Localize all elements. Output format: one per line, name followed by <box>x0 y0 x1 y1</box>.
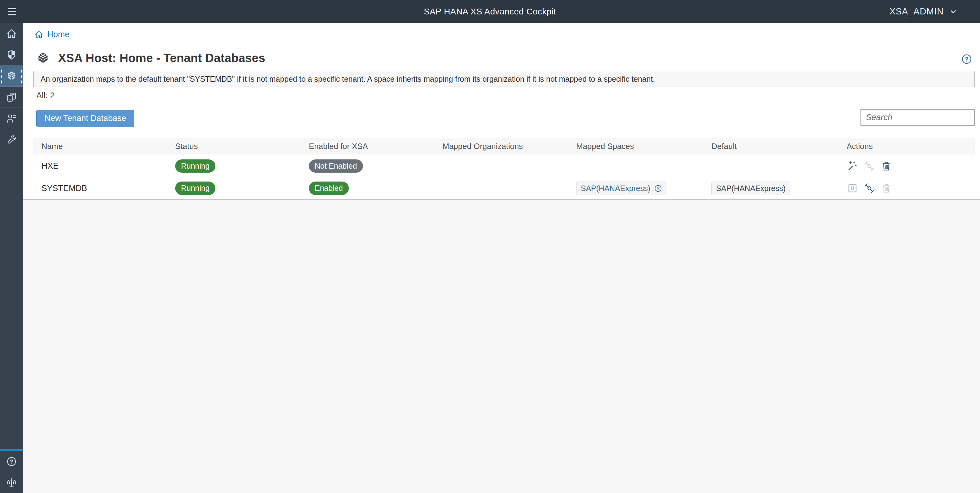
content-area: Home XSA Host: Home - Tenant Databases ?… <box>23 23 980 493</box>
top-bar: SAP HANA XS Advanced Cockpit XSA_ADMIN <box>0 0 980 23</box>
tenant-databases-table: Name Status Enabled for XSA Mapped Organ… <box>33 138 975 199</box>
help-icon[interactable]: ? <box>961 53 973 65</box>
menu-hamburger-icon[interactable] <box>6 6 18 17</box>
sidebar-item-user-management[interactable] <box>0 108 23 129</box>
record-count: All: 2 <box>36 91 55 100</box>
column-header-actions: Actions <box>838 142 975 151</box>
page-header: XSA Host: Home - Tenant Databases <box>36 51 265 65</box>
db-name: HXE <box>33 161 167 171</box>
new-tenant-database-button[interactable]: New Tenant Database <box>36 110 134 127</box>
pause-icon[interactable] <box>846 183 858 194</box>
mapped-space-chip: SAP(HANAExpress) <box>576 181 667 196</box>
column-header-mapped-organizations: Mapped Organizations <box>434 142 568 151</box>
map-connector-icon[interactable] <box>864 183 875 194</box>
actions-cell <box>838 161 975 172</box>
trash-icon[interactable] <box>880 161 892 172</box>
legal-scales-icon <box>6 477 17 488</box>
map-connector-icon <box>864 161 875 172</box>
magic-wand-icon[interactable] <box>846 161 858 172</box>
help-icon: ? <box>6 456 17 467</box>
sidebar-item-help[interactable]: ? <box>0 451 23 472</box>
db-name: SYSTEMDB <box>33 184 167 193</box>
sidebar-item-applications[interactable] <box>0 87 23 108</box>
security-shield-icon <box>6 49 17 60</box>
search-input[interactable] <box>861 109 975 126</box>
table-header-row: Name Status Enabled for XSA Mapped Organ… <box>33 138 975 155</box>
home-icon <box>6 28 17 39</box>
breadcrumb[interactable]: Home <box>34 30 70 39</box>
applications-windows-icon <box>6 92 17 103</box>
status-badge: Running <box>175 159 215 173</box>
info-message-bar: An organization maps to the default tena… <box>33 71 975 87</box>
sidebar-item-home[interactable] <box>0 23 23 44</box>
sidebar-item-tenant-databases[interactable] <box>0 65 23 87</box>
trash-icon <box>880 183 892 194</box>
user-menu[interactable]: XSA_ADMIN <box>889 6 958 17</box>
table-row: SYSTEMDB Running Enabled SAP(HANAExpress… <box>33 177 975 199</box>
default-tenant-label: SAP(HANAExpress) <box>716 184 786 193</box>
tenant-databases-cube-icon <box>6 70 17 82</box>
sidebar-item-security[interactable] <box>0 44 23 65</box>
user-name: XSA_ADMIN <box>889 6 944 17</box>
column-header-default: Default <box>703 142 838 151</box>
enabled-for-xsa-badge: Not Enabled <box>309 159 363 173</box>
info-message-text: An organization maps to the default tena… <box>41 75 655 84</box>
actions-cell <box>838 183 975 194</box>
home-icon <box>34 30 44 39</box>
sidebar-item-legal[interactable] <box>0 472 23 493</box>
sidebar: ? <box>0 23 23 493</box>
status-badge: Running <box>175 181 215 195</box>
circled-x-icon[interactable] <box>654 184 663 193</box>
user-management-icon <box>6 113 17 124</box>
column-header-name: Name <box>33 142 167 151</box>
sidebar-item-tools[interactable] <box>0 129 23 150</box>
app-title: SAP HANA XS Advanced Cockpit <box>424 7 556 17</box>
cube-icon <box>36 51 50 65</box>
breadcrumb-home-link[interactable]: Home <box>47 30 70 39</box>
mapped-space-label: SAP(HANAExpress) <box>581 184 650 193</box>
table-row: HXE Running Not Enabled <box>33 155 975 177</box>
page-title: XSA Host: Home - Tenant Databases <box>58 51 265 65</box>
empty-area <box>23 199 980 493</box>
column-header-status: Status <box>167 142 301 151</box>
svg-text:?: ? <box>965 56 968 63</box>
column-header-mapped-spaces: Mapped Spaces <box>568 142 703 151</box>
column-header-enabled-for-xsa: Enabled for XSA <box>301 142 434 151</box>
enabled-for-xsa-badge: Enabled <box>309 181 349 195</box>
sidebar-bottom: ? <box>0 449 23 493</box>
tools-wrench-icon <box>6 134 17 145</box>
svg-text:?: ? <box>10 458 14 465</box>
default-tenant-chip: SAP(HANAExpress) <box>711 181 790 196</box>
chevron-down-icon <box>949 7 958 16</box>
